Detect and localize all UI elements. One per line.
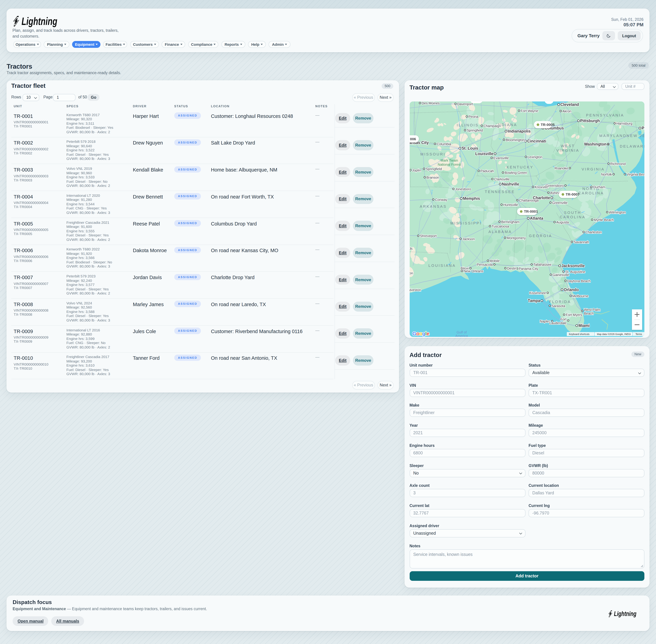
svg-text:Melbourne: Melbourne [572,294,588,298]
svg-text:Jacksonville: Jacksonville [561,263,585,268]
svg-text:ALABAMA: ALABAMA [488,229,512,234]
svg-text:Jackson: Jackson [462,237,475,241]
svg-text:WEST: WEST [561,144,575,148]
svg-text:Wilmington: Wilmington [609,210,626,214]
svg-text:Charleston: Charleston [585,230,602,234]
svg-text:006: 006 [410,137,416,141]
svg-text:Durham: Durham [593,185,605,189]
svg-text:Tuscaloosa: Tuscaloosa [492,224,509,228]
svg-text:Joplin: Joplin [412,168,421,172]
svg-text:Louisville: Louisville [475,151,493,156]
svg-text:Cincinnati: Cincinnati [527,139,546,143]
svg-text:Tampa: Tampa [528,298,540,303]
svg-text:Evansville: Evansville [493,156,508,160]
svg-text:LOUISIANA: LOUISIANA [428,263,456,268]
svg-text:Greensboro: Greensboro [545,184,564,187]
svg-text:Pensacola: Pensacola [477,262,493,266]
svg-text:TR-0001: TR-0001 [524,209,538,213]
svg-text:Davenport: Davenport [457,102,473,106]
svg-text:VIRGINIA: VIRGINIA [556,148,579,152]
svg-text:Augusta: Augusta [556,220,569,224]
svg-text:TR-0005: TR-0005 [541,122,555,127]
svg-text:Springfield: Springfield [467,128,483,132]
svg-text:Terms: Terms [635,332,642,335]
svg-text:Bowling Green: Bowling Green [504,171,527,175]
svg-text:Kissimmee: Kissimmee [529,291,546,295]
svg-text:Gainesville: Gainesville [552,273,569,277]
svg-text:Tallahassee: Tallahassee [533,262,551,266]
svg-text:Google: Google [412,330,429,336]
svg-text:Roanoke: Roanoke [555,166,568,170]
svg-text:TENNESSEE: TENNESSEE [485,189,515,194]
svg-text:DELAWARE: DELAWARE [619,144,644,148]
svg-text:MARYLAND: MARYLAND [599,133,627,138]
svg-text:Savannah: Savannah [573,240,589,244]
svg-text:Panama City: Panama City [519,267,538,270]
svg-text:Mobile: Mobile [490,259,499,262]
svg-text:Indianapolis: Indianapolis [507,129,530,133]
svg-text:Nashville: Nashville [502,182,519,186]
svg-text:Fort Myers: Fort Myers [566,313,582,317]
svg-text:Pittsburgh: Pittsburgh [580,118,600,123]
svg-text:Daytona Beach: Daytona Beach [567,279,590,283]
svg-text:CAROLINA: CAROLINA [578,191,604,195]
svg-text:Jonesboro: Jonesboro [455,187,471,191]
svg-text:West Palm: West Palm [584,308,600,312]
svg-text:Greenville: Greenville [552,201,567,205]
svg-text:Lexington: Lexington [527,155,542,159]
svg-text:New Orleans: New Orleans [463,269,483,273]
svg-text:Des Moines: Des Moines [422,101,439,105]
svg-text:Huntsville: Huntsville [503,203,518,207]
svg-text:Sarasota: Sarasota [551,304,565,308]
svg-text:Richmond: Richmond [610,162,626,165]
svg-text:Branson: Branson [426,176,439,179]
svg-text:Orlando: Orlando [564,287,579,292]
svg-text:Montgomery: Montgomery [506,236,525,240]
svg-text:St. Louis: St. Louis [461,146,478,150]
svg-text:Map data ©2026 Google, INEGI: Map data ©2026 Google, INEGI [597,332,631,335]
svg-text:MISSOURI: MISSOURI [420,152,445,156]
svg-text:PENNSYLVANIA: PENNSYLVANIA [586,113,624,117]
svg-text:Beach: Beach [584,312,593,315]
svg-text:Peoria: Peoria [468,115,478,118]
svg-text:NEW JER: NEW JER [627,133,644,138]
svg-text:CAROLINA: CAROLINA [560,215,585,219]
svg-text:Mark Twain: Mark Twain [440,158,458,162]
svg-text:Fort: Fort [560,317,566,321]
svg-text:America: America [455,334,468,337]
svg-text:Norfolk: Norfolk [601,172,612,176]
svg-text:Conway: Conway [435,198,447,201]
svg-text:SOUTH: SOUTH [564,210,581,214]
svg-text:Washington: Washington [584,142,606,146]
svg-text:Akron: Akron [562,109,571,113]
svg-text:ds: ds [409,247,412,250]
svg-text:KENTUCKY: KENTUCKY [506,165,533,169]
svg-text:ton: ton [409,271,413,275]
svg-text:Memphis: Memphis [463,196,480,201]
svg-text:Birmingham: Birmingham [501,220,519,224]
svg-text:Myrtle Beach: Myrtle Beach [594,218,614,222]
svg-text:Champaign: Champaign [483,124,501,128]
svg-text:Cleveland: Cleveland [560,102,579,107]
svg-text:VIRGINIA: VIRGINIA [582,167,605,171]
svg-text:Fort Wayne: Fort Wayne [521,109,538,113]
svg-text:FLORIDA: FLORIDA [549,299,571,304]
svg-text:Miami: Miami [578,323,589,328]
svg-text:Lauderdale: Lauderdale [549,321,566,325]
svg-text:Harrisburg: Harrisburg [616,121,632,125]
svg-text:ARKANSAS: ARKANSAS [420,204,447,208]
svg-text:Gulf of: Gulf of [456,330,467,334]
svg-text:alveston: alveston [409,288,421,292]
svg-text:MISSISSIPPI: MISSISSIPPI [450,221,481,225]
svg-text:Keyboard shortcuts: Keyboard shortcuts [569,332,589,335]
svg-text:Clarksville: Clarksville [494,177,510,181]
svg-text:Virginia Beach: Virginia Beach [627,172,644,176]
svg-text:Destin: Destin [507,266,517,270]
svg-text:Atlanta: Atlanta [530,216,543,221]
svg-text:TR-0007: TR-0007 [565,192,580,196]
svg-text:Phila: Phila [641,126,644,130]
svg-text:Shreveport: Shreveport [420,234,436,238]
svg-text:Columbia: Columbia [436,142,451,146]
svg-text:ILLINOIS: ILLINOIS [457,123,479,127]
svg-text:Paducah: Paducah [480,169,494,173]
